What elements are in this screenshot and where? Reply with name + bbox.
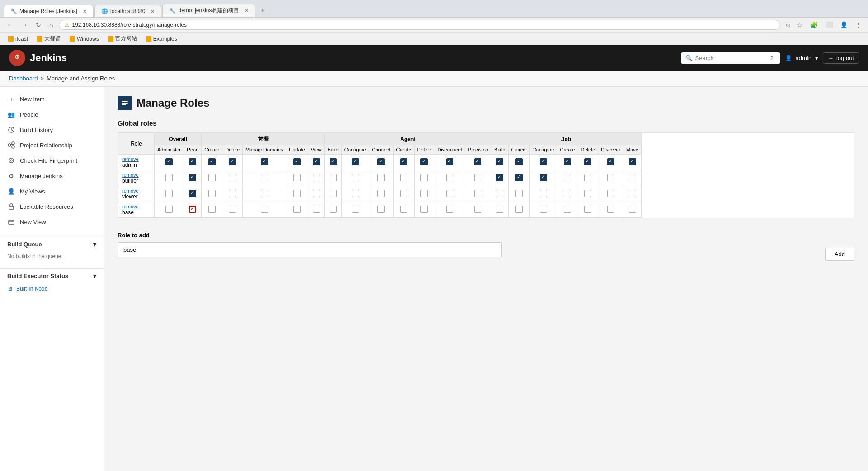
- checkbox-unchecked[interactable]: [584, 190, 591, 197]
- checkbox-unchecked[interactable]: [208, 190, 216, 197]
- tab-1[interactable]: 🔧 Manage Roles [Jenkins] ✕: [4, 5, 94, 17]
- tab-2[interactable]: 🌐 localhost:8080 ✕: [94, 5, 161, 17]
- address-bar[interactable]: ⚠ 192.168.10.30:8888/role-strategy/manag…: [59, 20, 780, 30]
- extensions-button[interactable]: 🧩: [808, 20, 820, 29]
- checkbox-unchecked[interactable]: [229, 206, 236, 213]
- checkbox-checked[interactable]: [607, 158, 614, 165]
- checkbox-checked[interactable]: [496, 174, 503, 181]
- checkbox-checked[interactable]: [540, 174, 547, 181]
- checkbox-checked[interactable]: [352, 158, 359, 165]
- remove-link-builder[interactable]: remove: [122, 172, 151, 178]
- checkbox-unchecked[interactable]: [584, 206, 591, 213]
- menu-button[interactable]: ⋮: [853, 20, 863, 29]
- remove-link-admin[interactable]: remove: [122, 156, 151, 162]
- checkbox-unchecked[interactable]: [293, 206, 301, 213]
- checkbox-unchecked[interactable]: [540, 190, 547, 197]
- checkbox-unchecked[interactable]: [474, 174, 481, 181]
- checkbox-unchecked[interactable]: [261, 206, 268, 213]
- checkbox-checked[interactable]: [208, 158, 216, 165]
- checkbox-checked[interactable]: [446, 158, 453, 165]
- bookmark-dadu[interactable]: 大都督: [33, 34, 64, 43]
- checkbox-unchecked[interactable]: [377, 174, 385, 181]
- checkbox-unchecked[interactable]: [564, 174, 571, 181]
- build-queue-header[interactable]: Build Queue ▾: [0, 237, 104, 251]
- checkbox-unchecked[interactable]: [293, 190, 301, 197]
- checkbox-unchecked[interactable]: [208, 174, 216, 181]
- checkbox-highlight[interactable]: [189, 206, 196, 213]
- profile-button[interactable]: 👤: [838, 20, 850, 29]
- checkbox-checked[interactable]: [313, 158, 320, 165]
- checkbox-unchecked[interactable]: [629, 174, 636, 181]
- checkbox-checked[interactable]: [584, 158, 591, 165]
- tab-2-close[interactable]: ✕: [151, 9, 155, 14]
- sidebar-item-people[interactable]: 👥 People: [0, 107, 104, 122]
- checkbox-checked[interactable]: [261, 158, 268, 165]
- checkbox-unchecked[interactable]: [165, 206, 173, 213]
- header-user[interactable]: 👤 admin ▾: [785, 55, 818, 61]
- sidebar-item-lockable-resources[interactable]: Lockable Resources: [0, 199, 104, 214]
- checkbox-unchecked[interactable]: [446, 174, 453, 181]
- sidebar-item-new-item[interactable]: + New Item: [0, 91, 104, 107]
- checkbox-unchecked[interactable]: [496, 206, 503, 213]
- checkbox-unchecked[interactable]: [352, 190, 359, 197]
- bookmark-button[interactable]: ☆: [795, 20, 805, 29]
- checkbox-unchecked[interactable]: [377, 206, 385, 213]
- breadcrumb-home[interactable]: Dashboard: [9, 75, 38, 82]
- built-in-node[interactable]: 🖥 Built-In Node: [0, 283, 104, 295]
- checkbox-unchecked[interactable]: [352, 174, 359, 181]
- checkbox-unchecked[interactable]: [496, 190, 503, 197]
- checkbox-unchecked[interactable]: [400, 174, 407, 181]
- checkbox-unchecked[interactable]: [330, 190, 337, 197]
- checkbox-unchecked[interactable]: [229, 190, 236, 197]
- checkbox-unchecked[interactable]: [400, 206, 407, 213]
- search-box[interactable]: 🔍 ?: [681, 52, 780, 64]
- checkbox-unchecked[interactable]: [607, 174, 614, 181]
- sidebar-item-manage-jenkins[interactable]: ⚙ Manage Jenkins: [0, 168, 104, 184]
- checkbox-unchecked[interactable]: [629, 206, 636, 213]
- tab-3[interactable]: 🔧 demo: jenkins构建的项目 ✕: [162, 4, 255, 17]
- checkbox-unchecked[interactable]: [540, 206, 547, 213]
- build-executor-header[interactable]: Build Executor Status ▾: [0, 269, 104, 283]
- bookmark-windows[interactable]: Windows: [66, 35, 103, 43]
- checkbox-unchecked[interactable]: [446, 206, 453, 213]
- checkbox-checked[interactable]: [189, 174, 196, 181]
- checkbox-unchecked[interactable]: [352, 206, 359, 213]
- jenkins-logo[interactable]: Jenkins: [9, 50, 67, 66]
- sidebar-item-project-relationship[interactable]: Project Relationship: [0, 137, 104, 153]
- role-add-input[interactable]: [118, 242, 502, 257]
- checkbox-unchecked[interactable]: [330, 174, 337, 181]
- checkbox-unchecked[interactable]: [607, 206, 614, 213]
- checkbox-unchecked[interactable]: [165, 190, 173, 197]
- remove-link-base[interactable]: remove: [122, 204, 151, 209]
- checkbox-unchecked[interactable]: [474, 190, 481, 197]
- checkbox-unchecked[interactable]: [564, 190, 571, 197]
- sidebar-item-my-views[interactable]: 👤 My Views: [0, 184, 104, 199]
- checkbox-unchecked[interactable]: [208, 206, 216, 213]
- checkbox-checked[interactable]: [377, 158, 385, 165]
- checkbox-unchecked[interactable]: [261, 174, 268, 181]
- checkbox-checked[interactable]: [165, 158, 173, 165]
- tab-3-close[interactable]: ✕: [245, 8, 249, 14]
- checkbox-unchecked[interactable]: [420, 190, 428, 197]
- checkbox-checked[interactable]: [189, 158, 196, 165]
- add-button[interactable]: Add: [825, 248, 854, 261]
- bookmark-official[interactable]: 官方网站: [104, 34, 141, 43]
- checkbox-unchecked[interactable]: [607, 190, 614, 197]
- checkbox-unchecked[interactable]: [564, 206, 571, 213]
- header-logout[interactable]: → log out: [823, 52, 859, 64]
- sidebar-item-build-history[interactable]: Build History: [0, 122, 104, 137]
- checkbox-checked[interactable]: [496, 158, 503, 165]
- split-button[interactable]: ⬜: [823, 20, 835, 29]
- checkbox-unchecked[interactable]: [629, 190, 636, 197]
- checkbox-checked[interactable]: [564, 158, 571, 165]
- checkbox-unchecked[interactable]: [400, 190, 407, 197]
- remove-link-viewer[interactable]: remove: [122, 188, 151, 193]
- checkbox-checked[interactable]: [540, 158, 547, 165]
- checkbox-unchecked[interactable]: [229, 174, 236, 181]
- checkbox-unchecked[interactable]: [313, 174, 320, 181]
- sidebar-item-check-file-fingerprint[interactable]: Check File Fingerprint: [0, 153, 104, 168]
- back-button[interactable]: ←: [5, 20, 15, 29]
- checkbox-checked[interactable]: [189, 190, 196, 197]
- bookmark-examples[interactable]: Examples: [142, 35, 181, 43]
- checkbox-unchecked[interactable]: [420, 206, 428, 213]
